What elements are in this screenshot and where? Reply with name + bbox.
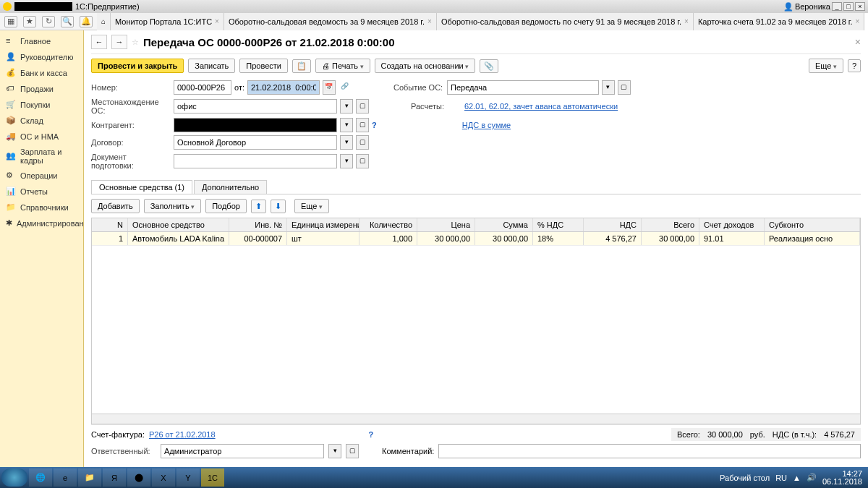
tray-icon[interactable]: ▲ <box>793 474 801 482</box>
prepdoc-input[interactable] <box>174 154 337 168</box>
link-icon[interactable]: 🔗 <box>339 80 352 95</box>
counterparty-input[interactable] <box>174 118 337 132</box>
settlements-label: Расчеты: <box>411 102 461 111</box>
add-button[interactable]: Добавить <box>91 199 140 213</box>
history-icon[interactable]: ↻ <box>42 16 55 27</box>
help-button[interactable]: ? <box>848 59 861 72</box>
counterparty-label: Контрагент: <box>91 121 171 129</box>
star-icon[interactable]: ☆ <box>132 38 139 47</box>
sidebar-item-operations[interactable]: ⚙Операции <box>0 168 83 184</box>
star-icon[interactable]: ★ <box>23 16 36 27</box>
open-icon[interactable]: ▢ <box>356 118 369 132</box>
sf-label: Счет-фактура: <box>91 430 145 439</box>
contract-input[interactable] <box>174 135 337 150</box>
from-label: от: <box>234 83 244 92</box>
taskbar-app[interactable]: Y <box>176 468 200 487</box>
open-icon[interactable]: ▢ <box>356 154 369 168</box>
open-icon[interactable]: ▢ <box>356 99 369 114</box>
help-icon[interactable]: ? <box>372 121 377 129</box>
taskbar-app[interactable]: ⬤ <box>127 468 150 487</box>
close-icon[interactable]: × <box>427 17 432 25</box>
desktop-label[interactable]: Рабочий стол <box>720 474 770 482</box>
movements-button[interactable]: 📋 <box>292 59 311 73</box>
dropdown-icon[interactable]: ▾ <box>340 154 353 168</box>
taskbar-app[interactable]: e <box>54 468 77 487</box>
fill-button[interactable]: Заполнить <box>144 199 202 213</box>
taskbar-app[interactable]: 🌐 <box>29 468 52 487</box>
date-input[interactable] <box>247 80 320 95</box>
taskbar-app[interactable]: Я <box>103 468 126 487</box>
number-input[interactable] <box>174 80 231 95</box>
create-based-button[interactable]: Создать на основании <box>375 59 476 73</box>
resp-label: Ответственный: <box>91 447 156 455</box>
scrollbar[interactable] <box>92 414 860 424</box>
dropdown-icon[interactable]: ▾ <box>340 99 353 114</box>
subtab-add[interactable]: Дополнительно <box>194 180 267 194</box>
close-icon[interactable]: × <box>856 17 860 25</box>
tab-2[interactable]: Оборотно-сальдовая ведомость по счету 91… <box>437 13 694 30</box>
location-input[interactable] <box>174 99 337 114</box>
close-icon[interactable]: × <box>215 17 219 25</box>
taskbar-app[interactable]: X <box>152 468 175 487</box>
sidebar-item-purchases[interactable]: 🛒Покупки <box>0 97 83 113</box>
bell-icon[interactable]: 🔔 <box>80 16 93 27</box>
maximize-button[interactable]: □ <box>843 2 854 11</box>
open-icon[interactable]: ▢ <box>346 444 359 458</box>
nav-fwd[interactable]: → <box>111 35 127 49</box>
open-icon[interactable]: ▢ <box>618 80 631 95</box>
close-button[interactable]: × <box>855 2 865 11</box>
table-row[interactable]: 1 Автомобиль LADA Kalina 00-000007 шт 1,… <box>92 232 860 246</box>
clock[interactable]: 14:27 06.11.2018 <box>822 470 862 486</box>
event-input[interactable] <box>447 80 599 95</box>
sidebar-item-assets[interactable]: 🚚ОС и НМА <box>0 129 83 145</box>
comment-input[interactable] <box>438 444 861 458</box>
dropdown-icon[interactable]: ▾ <box>328 444 341 458</box>
attach-button[interactable]: 📎 <box>480 59 498 73</box>
tab-4[interactable]: Передача ОС 0000-000Р26 от 21.02.2018 0:… <box>864 13 868 30</box>
move-down-button[interactable]: ⬇ <box>271 200 286 213</box>
start-button[interactable] <box>1 468 27 487</box>
sidebar-item-admin[interactable]: ✱Администрирование <box>0 215 83 231</box>
taskbar-app[interactable]: 📁 <box>78 468 101 487</box>
sidebar-item-reports[interactable]: 📊Отчеты <box>0 184 83 200</box>
home-tab[interactable]: ⌂ <box>97 13 111 30</box>
apps-icon[interactable]: ▦ <box>4 16 17 27</box>
tray-icon[interactable]: 🔊 <box>807 473 817 482</box>
sf-link[interactable]: Р26 от 21.02.2018 <box>149 430 216 439</box>
move-up-button[interactable]: ⬆ <box>251 200 266 213</box>
tab-0[interactable]: Монитор Портала 1С:ИТС× <box>111 13 224 30</box>
taskbar-app[interactable]: 1С <box>201 468 224 487</box>
settlements-link[interactable]: 62.01, 62.02, зачет аванса автоматически <box>464 102 618 111</box>
lang-indicator[interactable]: RU <box>775 474 787 482</box>
more-button[interactable]: Еще <box>294 199 329 213</box>
post-button[interactable]: Провести <box>239 59 288 73</box>
sidebar-item-bank[interactable]: 💰Банк и касса <box>0 65 83 81</box>
close-icon[interactable]: × <box>855 36 861 48</box>
calendar-icon[interactable]: 📅 <box>323 80 336 95</box>
tab-1[interactable]: Оборотно-сальдовая ведомость за 9 месяце… <box>224 13 437 30</box>
help-icon[interactable]: ? <box>369 430 374 439</box>
sidebar-item-salary[interactable]: 👥Зарплата и кадры <box>0 145 83 168</box>
dropdown-icon[interactable]: ▾ <box>602 80 615 95</box>
dropdown-icon[interactable]: ▾ <box>340 118 353 132</box>
search-icon[interactable]: 🔍 <box>61 16 74 27</box>
subtab-main[interactable]: Основные средства (1) <box>91 180 192 194</box>
more-button[interactable]: Еще <box>809 59 843 73</box>
tab-3[interactable]: Карточка счета 91.02 за 9 месяцев 2018 г… <box>694 13 865 30</box>
sidebar-item-manager[interactable]: 👤Руководителю <box>0 49 83 65</box>
dropdown-icon[interactable]: ▾ <box>340 135 353 150</box>
pick-button[interactable]: Подбор <box>205 199 247 213</box>
nds-link[interactable]: НДС в сумме <box>462 121 511 129</box>
close-icon[interactable]: × <box>684 17 689 25</box>
save-button[interactable]: Записать <box>188 59 235 73</box>
nav-back[interactable]: ← <box>91 35 107 49</box>
minimize-button[interactable]: _ <box>832 2 842 11</box>
print-button[interactable]: 🖨 Печать <box>315 59 370 73</box>
resp-input[interactable] <box>161 444 324 458</box>
sidebar-item-refs[interactable]: 📁Справочники <box>0 200 83 215</box>
post-close-button[interactable]: Провести и закрыть <box>91 59 184 73</box>
sidebar-item-main[interactable]: ≡Главное <box>0 33 83 49</box>
sidebar-item-warehouse[interactable]: 📦Склад <box>0 113 83 129</box>
sidebar-item-sales[interactable]: 🏷Продажи <box>0 81 83 97</box>
open-icon[interactable]: ▢ <box>356 135 369 150</box>
